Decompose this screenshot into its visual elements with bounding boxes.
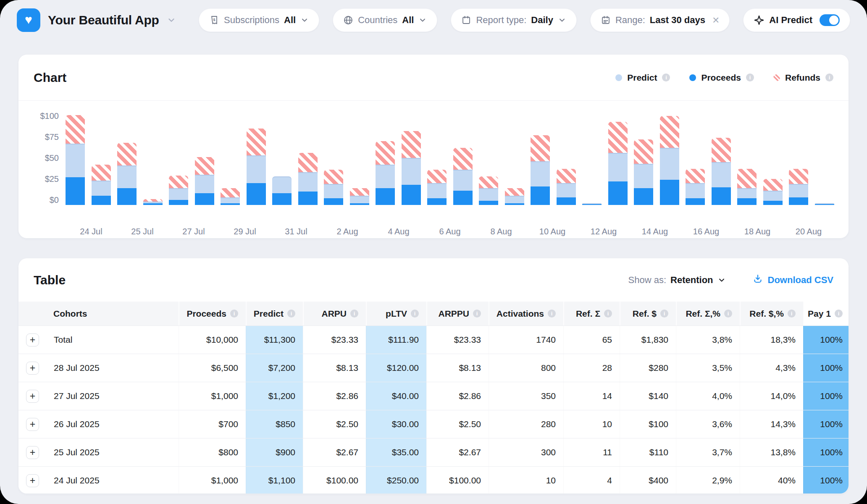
predict-swatch-icon bbox=[615, 74, 622, 81]
chart-bar[interactable] bbox=[453, 148, 473, 205]
chart-bar[interactable] bbox=[505, 188, 524, 205]
chart-bar[interactable] bbox=[737, 169, 757, 205]
chart-bar[interactable] bbox=[815, 203, 834, 205]
chart-bar[interactable] bbox=[712, 138, 731, 205]
download-csv-button[interactable]: Download CSV bbox=[753, 274, 833, 286]
filter-label: Range: bbox=[615, 15, 645, 26]
cohort-label: 24 Jul 2025 bbox=[54, 475, 100, 486]
cell-arppu: $8.13 bbox=[426, 354, 489, 382]
chart-bar[interactable] bbox=[686, 169, 705, 205]
segment-predict bbox=[195, 175, 214, 193]
segment-refunds bbox=[479, 176, 498, 188]
cell-cohort: +27 Jul 2025 bbox=[18, 382, 179, 410]
cell-cohort: +28 Jul 2025 bbox=[18, 354, 179, 382]
cell-ref_count: 14 bbox=[563, 382, 620, 410]
segment-refunds bbox=[789, 169, 808, 184]
chart-bar[interactable] bbox=[298, 153, 318, 205]
segment-proceeds bbox=[221, 203, 240, 205]
legend-item-refunds[interactable]: Refunds i bbox=[773, 73, 833, 83]
cell-ref_usd_pct: 14,0% bbox=[740, 382, 803, 410]
cell-ref_count: 10 bbox=[563, 410, 620, 438]
chart-bar[interactable] bbox=[195, 157, 214, 205]
legend-item-predict[interactable]: Predict i bbox=[615, 73, 670, 83]
cell-pltv: $40.00 bbox=[366, 382, 426, 410]
segment-predict bbox=[324, 184, 343, 198]
segment-predict bbox=[789, 184, 808, 197]
segment-proceeds bbox=[582, 204, 602, 205]
cell-ref_usd_pct: 13,8% bbox=[740, 438, 803, 466]
filter-report-type[interactable]: Report type: Daily bbox=[451, 8, 576, 32]
segment-predict bbox=[712, 162, 731, 187]
info-icon[interactable]: i bbox=[825, 74, 833, 81]
filter-date-range[interactable]: Range: Last 30 days × bbox=[590, 8, 730, 32]
chart-bar[interactable] bbox=[557, 169, 576, 205]
chart-bar[interactable] bbox=[169, 176, 188, 205]
info-icon[interactable]: i bbox=[411, 310, 419, 318]
info-icon[interactable]: i bbox=[835, 310, 843, 318]
column-header-pay1: Pay 1i bbox=[803, 302, 849, 326]
chart-bar[interactable] bbox=[660, 116, 679, 205]
column-label: Pay 1 bbox=[808, 309, 831, 319]
segment-refunds bbox=[531, 135, 550, 161]
segment-predict bbox=[608, 153, 628, 181]
chart-bar[interactable] bbox=[117, 143, 137, 205]
chart-bar[interactable] bbox=[92, 165, 111, 205]
filter-countries[interactable]: Countries All bbox=[333, 8, 437, 32]
ai-predict-toggle[interactable] bbox=[820, 14, 840, 26]
app-switcher[interactable]: ♥ Your Beautiful App bbox=[17, 8, 176, 32]
expand-row-button[interactable]: + bbox=[26, 418, 39, 431]
info-icon[interactable]: i bbox=[724, 310, 732, 318]
expand-row-button[interactable]: + bbox=[26, 446, 39, 459]
expand-row-button[interactable]: + bbox=[26, 474, 39, 487]
chart-bar[interactable] bbox=[479, 176, 498, 205]
chart-bar[interactable] bbox=[427, 170, 447, 205]
segment-refunds bbox=[763, 179, 783, 191]
expand-row-button[interactable]: + bbox=[26, 333, 39, 346]
legend-item-proceeds[interactable]: Proceeds i bbox=[689, 73, 754, 83]
filter-subscriptions[interactable]: $ Subscriptions All bbox=[199, 8, 319, 32]
info-icon[interactable]: i bbox=[746, 74, 754, 81]
chart-bar[interactable] bbox=[531, 135, 550, 205]
chart-bar[interactable] bbox=[376, 141, 395, 205]
clear-range-button[interactable]: × bbox=[712, 14, 719, 26]
chart-bar[interactable] bbox=[66, 115, 85, 205]
segment-refunds bbox=[712, 138, 731, 162]
chart-bar[interactable] bbox=[324, 170, 343, 205]
info-icon[interactable]: i bbox=[350, 310, 358, 318]
info-icon[interactable]: i bbox=[287, 310, 295, 318]
column-label: Cohorts bbox=[53, 309, 87, 319]
chart-bar[interactable] bbox=[143, 199, 163, 205]
info-icon[interactable]: i bbox=[604, 310, 612, 318]
table-row: +28 Jul 2025$6,500$7,200$8.13$120.00$8.1… bbox=[18, 354, 849, 382]
chart-bar[interactable] bbox=[247, 129, 266, 205]
expand-row-button[interactable]: + bbox=[26, 390, 39, 403]
cell-predict: $7,200 bbox=[246, 354, 303, 382]
column-header-arppu: ARPPUi bbox=[426, 302, 489, 326]
filter-label: Report type: bbox=[476, 15, 526, 26]
cell-pltv: $30.00 bbox=[366, 410, 426, 438]
chart-bar[interactable] bbox=[582, 203, 602, 205]
chart-bar[interactable] bbox=[272, 176, 292, 205]
segment-proceeds bbox=[453, 191, 473, 205]
cell-ref_count: 28 bbox=[563, 354, 620, 382]
expand-row-button[interactable]: + bbox=[26, 362, 39, 375]
chart-bar[interactable] bbox=[763, 179, 783, 205]
chart-bar[interactable] bbox=[789, 169, 808, 205]
chart-bar[interactable] bbox=[221, 188, 240, 205]
calendar-icon bbox=[461, 15, 471, 25]
info-icon[interactable]: i bbox=[548, 310, 556, 318]
chart-bar[interactable] bbox=[634, 139, 653, 205]
cell-pltv: $111.90 bbox=[366, 326, 426, 354]
chart-bar[interactable] bbox=[608, 122, 628, 205]
refunds-swatch-icon bbox=[773, 74, 780, 81]
show-as-select[interactable]: Show as: Retention bbox=[628, 275, 726, 286]
info-icon[interactable]: i bbox=[662, 74, 670, 81]
chart-bar[interactable] bbox=[402, 131, 421, 205]
info-icon[interactable]: i bbox=[660, 310, 668, 318]
info-icon[interactable]: i bbox=[473, 310, 481, 318]
ai-predict-control[interactable]: AI Predict bbox=[743, 8, 850, 32]
chart-bar[interactable] bbox=[350, 188, 369, 205]
info-icon[interactable]: i bbox=[230, 310, 238, 318]
info-icon[interactable]: i bbox=[788, 310, 796, 318]
topbar: ♥ Your Beautiful App $ Subscriptions All… bbox=[0, 0, 867, 55]
